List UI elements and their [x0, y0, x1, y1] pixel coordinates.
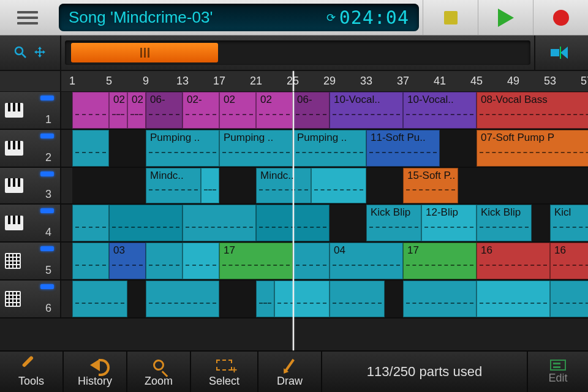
track-lane[interactable]: Kick Blip12-BlipKick BlipKicl [61, 205, 588, 241]
ruler-spacer [0, 71, 61, 91]
track-lane[interactable]: 031704171616 [61, 243, 588, 279]
snap-marker-button[interactable] [534, 36, 588, 70]
clip[interactable]: Mindc.. [146, 168, 201, 203]
clip[interactable]: 02 [109, 92, 127, 129]
track-number: 4 [45, 226, 51, 239]
zoom-button[interactable]: Zoom [127, 352, 191, 392]
ruler-row: 159131721252933374145495357 [0, 71, 588, 92]
play-icon [498, 9, 514, 27]
clip[interactable]: Pumping .. [146, 130, 219, 167]
track-header[interactable]: 3 [0, 168, 61, 203]
empty-region [440, 130, 477, 167]
clip[interactable]: 03 [109, 243, 146, 279]
empty-region [532, 205, 550, 241]
clip[interactable] [109, 205, 183, 241]
empty-region [219, 281, 256, 317]
timeline-ruler[interactable]: 159131721252933374145495357 [61, 71, 588, 91]
svg-line-1 [22, 54, 26, 58]
clip[interactable]: Pumping .. [293, 130, 366, 167]
clip[interactable] [146, 243, 183, 279]
hamburger-icon [17, 11, 38, 24]
clip[interactable] [274, 281, 330, 317]
clip-label: 02 [224, 94, 235, 105]
clip[interactable]: 02- [183, 92, 219, 129]
clip[interactable]: 02 [256, 92, 293, 129]
clip[interactable] [183, 243, 219, 279]
magnifier-icon [153, 360, 164, 371]
piano-keys-icon [5, 141, 23, 156]
clip[interactable]: 17 [403, 243, 477, 279]
clip[interactable] [477, 281, 550, 317]
empty-region [109, 130, 146, 167]
clip[interactable] [201, 168, 219, 203]
clip[interactable] [403, 281, 477, 317]
track-lane[interactable] [61, 281, 588, 317]
piano-keys-icon [5, 178, 23, 193]
viewport-region[interactable] [71, 43, 218, 62]
parts-status: 113/250 parts used [322, 352, 527, 392]
song-display[interactable]: Song 'Mindcrime-03' ⟳ 024:04 [59, 4, 419, 31]
clip[interactable]: Kick Blip [477, 205, 532, 241]
clip[interactable]: 17 [219, 243, 293, 279]
track-lane[interactable]: Pumping ..Pumping ..Pumping ..11-Soft Pu… [61, 130, 588, 167]
clip[interactable] [72, 205, 109, 241]
clip[interactable] [72, 281, 127, 317]
track-lane[interactable]: 020206-02-020206-10-Vocal..10-Vocal..08-… [61, 92, 588, 129]
clip[interactable]: Mindc.. [256, 168, 311, 203]
ruler-tick: 57 [581, 75, 588, 88]
record-button[interactable] [533, 0, 588, 35]
stop-button[interactable] [423, 0, 478, 35]
clip-label: 15-Soft P.. [407, 170, 455, 181]
play-button[interactable] [478, 0, 533, 35]
track-header[interactable]: 1 [0, 92, 61, 129]
clip[interactable] [293, 243, 330, 279]
clip[interactable]: Pumping .. [219, 130, 293, 167]
clip[interactable]: 07-Soft Pump P [477, 130, 588, 167]
clip[interactable] [183, 205, 256, 241]
clip[interactable] [72, 92, 109, 129]
clip-label: 17 [407, 244, 419, 256]
clip[interactable] [256, 205, 330, 241]
zoom-nav-button[interactable] [0, 36, 61, 70]
history-button[interactable]: History [64, 352, 127, 392]
clip[interactable]: 10-Vocal.. [330, 92, 403, 129]
clip[interactable]: 08-Vocal Bass [477, 92, 588, 129]
clip[interactable]: 06- [293, 92, 330, 129]
clip[interactable]: 10-Vocal.. [403, 92, 477, 129]
clip[interactable] [550, 281, 588, 317]
select-button[interactable]: Select [191, 352, 258, 392]
track-lane[interactable]: Mindc..Mindc..15-Soft P.. [61, 168, 588, 203]
track-header[interactable]: 6 [0, 281, 61, 317]
clip[interactable]: 02 [219, 92, 256, 129]
clip[interactable]: 06- [146, 92, 183, 129]
track-header[interactable]: 2 [0, 130, 61, 167]
clip[interactable]: 02 [127, 92, 146, 129]
clip[interactable]: 04 [330, 243, 403, 279]
tools-button[interactable]: Tools [0, 352, 64, 392]
clip[interactable]: 11-Soft Pu.. [366, 130, 440, 167]
draw-button[interactable]: Draw [258, 352, 322, 392]
svg-point-0 [15, 47, 23, 55]
track-header[interactable]: 5 [0, 243, 61, 279]
clip[interactable]: Kicl [550, 205, 588, 241]
level-meter [40, 246, 54, 251]
menu-button[interactable] [0, 0, 55, 35]
clip[interactable] [72, 243, 109, 279]
track-header[interactable]: 4 [0, 205, 61, 241]
empty-region [127, 281, 146, 317]
ruler-tick: 45 [470, 75, 483, 88]
clip[interactable]: 12-Blip [421, 205, 477, 241]
clip[interactable]: 15-Soft P.. [403, 168, 458, 203]
clip[interactable] [311, 168, 366, 203]
clip[interactable] [146, 281, 219, 317]
clip[interactable] [72, 130, 109, 167]
clip[interactable]: Kick Blip [366, 205, 421, 241]
track-row: 2Pumping ..Pumping ..Pumping ..11-Soft P… [0, 130, 588, 168]
edit-button[interactable]: Edit [527, 352, 588, 392]
drum-grid-icon [5, 291, 21, 307]
clip[interactable]: 16 [550, 243, 588, 279]
clip[interactable] [256, 281, 274, 317]
clip[interactable] [330, 281, 385, 317]
overview-scroll[interactable] [65, 40, 530, 65]
clip[interactable]: 16 [477, 243, 550, 279]
